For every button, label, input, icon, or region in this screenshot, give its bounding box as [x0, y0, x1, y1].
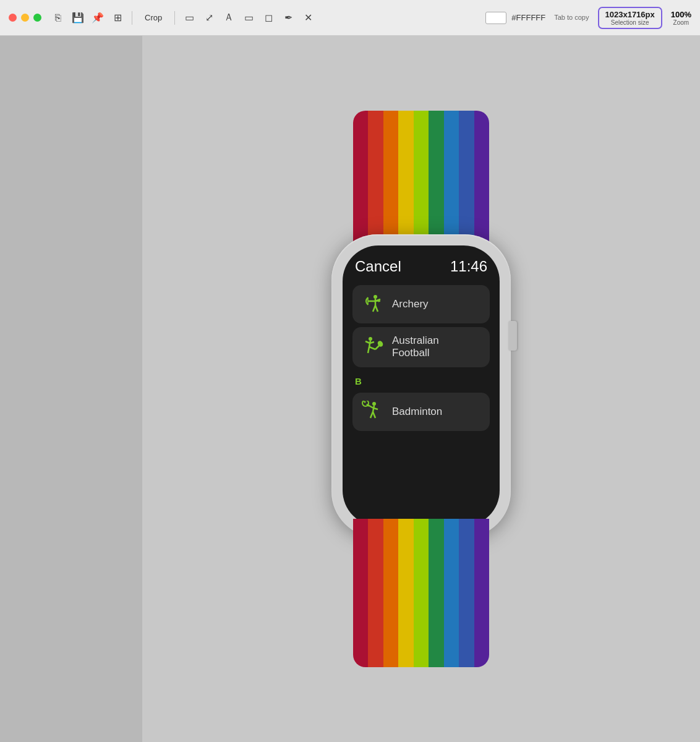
activity-list: Archery [352, 285, 490, 431]
selection-size-label: Selection size [605, 19, 655, 26]
svg-point-25 [364, 401, 366, 403]
svg-line-15 [375, 346, 379, 349]
toolbar-right: #FFFFFF Tab to copy 1023x1716px Selectio… [485, 7, 691, 29]
grid-icon[interactable]: ⊞ [111, 11, 124, 25]
left-panel [0, 36, 142, 742]
australian-football-icon [361, 335, 385, 359]
svg-line-13 [368, 347, 369, 353]
hide-icon[interactable]: ▭ [242, 11, 255, 25]
selection-size-value: 1023x1716px [605, 10, 655, 19]
minimize-button[interactable] [21, 14, 29, 22]
pin-icon[interactable]: 📌 [91, 11, 105, 25]
bot-stripe-7 [444, 519, 459, 667]
shape-icon[interactable]: ◻ [262, 11, 275, 25]
color-area: #FFFFFF [485, 12, 545, 24]
activity-row-archery[interactable]: Archery [352, 285, 490, 323]
bot-stripe-6 [429, 519, 443, 667]
bot-stripe-1 [353, 519, 368, 667]
traffic-lights [9, 14, 41, 22]
watch-screen: Cancel 11:46 [343, 245, 500, 526]
fullscreen-icon[interactable]: ⤢ [202, 11, 216, 25]
archery-label: Archery [392, 298, 429, 310]
svg-point-0 [373, 295, 377, 299]
badminton-icon [361, 400, 385, 424]
badminton-label: Badminton [392, 406, 442, 418]
australian-football-label: AustralianFootball [392, 335, 439, 360]
cancel-label[interactable]: Cancel [355, 258, 401, 275]
svg-line-8 [375, 305, 378, 312]
bot-stripe-2 [368, 519, 383, 667]
draw-icon[interactable]: ✒ [281, 11, 295, 25]
svg-line-24 [373, 412, 375, 418]
activity-row-australian-football[interactable]: AustralianFootball [352, 327, 490, 367]
selection-size-box[interactable]: 1023x1716px Selection size [598, 7, 662, 29]
close-icon[interactable]: ✕ [301, 11, 315, 25]
aspect-icon[interactable]: ▭ [182, 11, 196, 25]
time-display: 11:46 [450, 258, 487, 275]
copy-icon[interactable]: ⎘ [51, 11, 65, 25]
bot-stripe-8 [459, 519, 474, 667]
watch-crown [508, 321, 517, 351]
tab-to-copy-label: Tab to copy [554, 13, 589, 22]
watch-wrapper: Cancel 11:46 [304, 111, 539, 667]
zoom-percent: 100% [671, 10, 691, 19]
save-icon[interactable]: 💾 [71, 11, 85, 25]
watch-case: Cancel 11:46 [331, 234, 511, 537]
annotate-icon[interactable]: Ａ [222, 11, 236, 25]
band-bottom [353, 519, 489, 667]
archery-icon [361, 292, 385, 316]
toolbar-separator [132, 11, 132, 25]
close-button[interactable] [9, 14, 17, 22]
color-hex-value: #FFFFFF [511, 13, 545, 22]
maximize-button[interactable] [33, 14, 41, 22]
toolbar: ⎘ 💾 📌 ⊞ Crop ▭ ⤢ Ａ ▭ ◻ ✒ ✕ #FFFFFF Tab t… [0, 0, 700, 36]
svg-line-14 [369, 347, 375, 349]
canvas-area: Cancel 11:46 [142, 36, 700, 742]
section-b-label: B [352, 371, 490, 389]
svg-point-9 [369, 337, 372, 341]
bot-stripe-9 [474, 519, 489, 667]
zoom-label: Zoom [671, 19, 691, 26]
bot-stripe-4 [398, 519, 413, 667]
screen-header: Cancel 11:46 [352, 258, 490, 275]
toolbar-separator-2 [174, 11, 175, 25]
zoom-area: 100% Zoom [671, 10, 691, 26]
activity-row-badminton[interactable]: Badminton [352, 393, 490, 431]
color-toggle[interactable] [485, 12, 506, 24]
bot-stripe-5 [414, 519, 429, 667]
crop-button[interactable]: Crop [140, 11, 167, 25]
svg-point-17 [372, 402, 376, 406]
svg-line-11 [365, 341, 370, 343]
bot-stripe-3 [383, 519, 398, 667]
